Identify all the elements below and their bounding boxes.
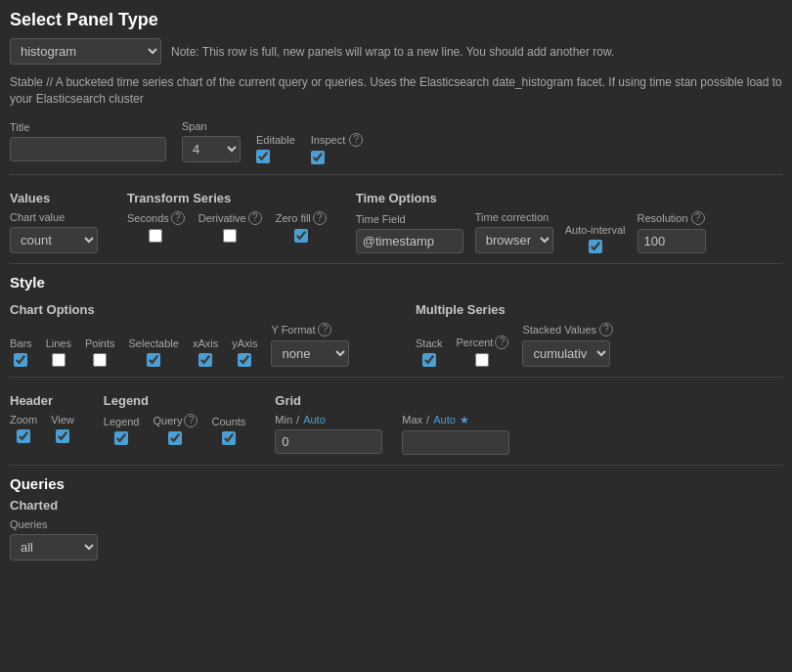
span-label: Span [182, 120, 241, 132]
title-input[interactable] [10, 137, 166, 161]
lines-label: Lines [46, 337, 71, 349]
max-auto-link[interactable]: Auto [433, 414, 456, 426]
legend-label: Legend [104, 416, 140, 427]
max-input[interactable] [402, 430, 509, 455]
time-correction-select[interactable]: browserutclocal [475, 227, 553, 253]
page-title: Select Panel Type [10, 10, 782, 30]
inspect-help-icon: ? [349, 133, 363, 147]
chart-value-select[interactable]: countavgsummaxmin [10, 227, 98, 253]
min-input[interactable] [275, 429, 382, 454]
time-correction-label: Time correction [475, 211, 553, 223]
inspect-label: Inspect [311, 134, 345, 146]
editable-label: Editable [256, 134, 295, 146]
stacked-values-label: Stacked Values ? [522, 323, 613, 336]
seconds-help-icon: ? [171, 211, 185, 225]
bars-label: Bars [10, 337, 32, 349]
editable-checkbox[interactable] [256, 150, 270, 163]
percent-label: Percent ? [457, 336, 509, 349]
stacked-values-select[interactable]: cumulativeindividual [522, 340, 610, 367]
zoom-checkbox[interactable] [17, 429, 30, 443]
seconds-checkbox[interactable] [149, 229, 162, 243]
view-checkbox[interactable] [56, 429, 69, 443]
seconds-label: Seconds [127, 212, 169, 224]
y-format-label: Y Format ? [271, 323, 349, 336]
min-label: Min [275, 414, 292, 426]
span-select[interactable]: 412356789101112 [182, 136, 241, 162]
y-format-help-icon: ? [318, 323, 331, 336]
derivative-checkbox[interactable] [223, 229, 237, 243]
title-label: Title [10, 121, 166, 133]
stacked-values-help-icon: ? [599, 323, 613, 336]
zoom-label: Zoom [10, 414, 37, 426]
auto-interval-label: Auto-interval [565, 224, 626, 236]
derivative-label: Derivative [198, 212, 246, 224]
query-checkbox[interactable] [168, 431, 182, 445]
multiple-series-title: Multiple Series [416, 302, 782, 317]
min-auto-link[interactable]: Auto [303, 414, 326, 426]
transform-series-title: Transform Series [127, 191, 327, 205]
header-section-title: Header [10, 393, 74, 408]
style-section-title: Style [10, 274, 782, 291]
auto-interval-checkbox[interactable] [589, 240, 602, 253]
x-axis-checkbox[interactable] [198, 353, 212, 367]
query-label: Query ? [154, 414, 198, 427]
time-field-label: Time Field [356, 213, 463, 225]
y-axis-checkbox[interactable] [238, 353, 251, 367]
panel-description: Stable // A bucketed time series chart o… [10, 74, 782, 108]
query-help-icon: ? [184, 414, 198, 427]
zero-fill-checkbox[interactable] [294, 229, 308, 243]
chart-value-label: Chart value [10, 211, 98, 223]
percent-help-icon: ? [495, 336, 508, 349]
selectable-label: Selectable [129, 337, 179, 349]
view-label: View [51, 414, 74, 426]
values-section-title: Values [10, 191, 98, 205]
counts-checkbox[interactable] [222, 431, 236, 445]
queries-section-title: Queries [10, 475, 782, 492]
resolution-label: Resolution ? [638, 211, 706, 225]
time-options-title: Time Options [356, 191, 706, 205]
max-label: Max [402, 414, 422, 426]
panel-type-select[interactable]: histogram graph table text singlestat [10, 38, 161, 65]
star-icon: ★ [460, 414, 469, 426]
chart-options-title: Chart Options [10, 302, 376, 317]
selectable-checkbox[interactable] [147, 353, 160, 367]
inspect-checkbox[interactable] [311, 151, 325, 164]
queries-label: Queries [10, 518, 782, 530]
points-label: Points [85, 337, 115, 349]
legend-checkbox[interactable] [114, 431, 128, 445]
counts-label: Counts [211, 416, 245, 427]
stack-label: Stack [416, 337, 443, 349]
bars-checkbox[interactable] [14, 353, 27, 367]
derivative-help-icon: ? [248, 211, 262, 225]
y-axis-label: yAxis [232, 337, 257, 349]
charted-label: Charted [10, 498, 782, 513]
legend-section-title: Legend [104, 393, 246, 408]
stack-checkbox[interactable] [422, 353, 436, 367]
points-checkbox[interactable] [93, 353, 107, 367]
lines-checkbox[interactable] [52, 353, 66, 367]
x-axis-label: xAxis [193, 337, 218, 349]
panel-note: Note: This row is full, new panels will … [171, 45, 782, 59]
zero-fill-help-icon: ? [313, 211, 327, 225]
resolution-input[interactable] [638, 229, 706, 253]
time-field-input[interactable] [356, 229, 463, 253]
zero-fill-label: Zero fill [276, 212, 311, 224]
percent-checkbox[interactable] [475, 353, 489, 367]
grid-section-title: Grid [275, 393, 509, 408]
resolution-help-icon: ? [691, 211, 705, 225]
queries-select[interactable]: all012 [10, 534, 98, 560]
y-format-select[interactable]: noneshortbytesbitssecondsmspercentcurren… [271, 340, 349, 367]
